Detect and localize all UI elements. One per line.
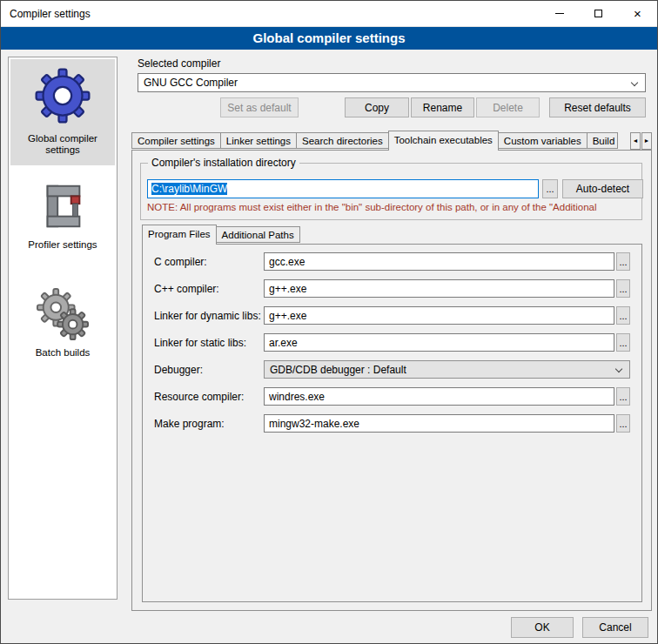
tab-toolchain-executables[interactable]: Toolchain executables [388,131,499,151]
caption-buttons: × [540,1,657,26]
selected-compiler-label: Selected compiler [138,57,220,70]
field-label: Linker for dynamic libs: [154,310,261,322]
install-dir-input[interactable]: C:\raylib\MinGW [147,179,539,198]
blue-gear-icon [31,64,94,127]
sidebar-item-label: Batch builds [10,347,115,359]
cpp-compiler-browse-button[interactable]: ... [616,279,630,298]
tab-linker-settings[interactable]: Linker settings [220,132,297,149]
tab-program-files[interactable]: Program Files [142,225,217,245]
sidebar-item-global-compiler-settings[interactable]: Global compiler settings [10,59,115,165]
static-linker-input[interactable] [264,333,614,352]
close-button[interactable]: × [618,1,657,26]
gray-gears-icon [36,287,90,341]
field-label: Linker for static libs: [154,337,246,349]
sidebar-item-label: Global compiler settings [10,133,115,156]
profiler-icon [36,179,90,233]
static-linker-browse-button[interactable]: ... [616,333,630,352]
chevron-down-icon [615,366,622,372]
tab-compiler-settings[interactable]: Compiler settings [131,132,221,149]
maximize-button[interactable] [579,1,618,26]
tab-scroll-left-button[interactable]: ◄ [630,132,641,150]
cancel-button[interactable]: Cancel [582,617,648,638]
close-icon: × [634,7,641,20]
compiler-settings-window: Compiler settings × Global compiler sett… [0,0,658,644]
title-bar: Compiler settings × [1,1,657,27]
field-label: Resource compiler: [154,391,244,403]
resource-compiler-browse-button[interactable]: ... [616,387,630,406]
tab-scroll-right-button[interactable]: ► [641,132,652,150]
auto-detect-button[interactable]: Auto-detect [562,179,643,198]
chevron-down-icon [631,79,638,86]
c-compiler-browse-button[interactable]: ... [616,252,630,271]
sidebar-item-batch-builds[interactable]: Batch builds [10,282,115,369]
ok-button[interactable]: OK [511,617,574,638]
dialog-header: Global compiler settings [1,27,657,50]
compiler-select[interactable]: GNU GCC Compiler [138,73,646,92]
tab-search-directories[interactable]: Search directories [296,132,389,149]
field-label: C++ compiler: [154,283,219,295]
minimize-button[interactable] [540,1,579,26]
delete-button[interactable]: Delete [476,97,540,117]
field-label: C compiler: [154,256,207,268]
window-title: Compiler settings [10,8,91,20]
reset-defaults-button[interactable]: Reset defaults [549,97,646,117]
installation-directory-group-label: Compiler's installation directory [148,157,299,169]
settings-category-list: Global compiler settings Profiler settin… [8,57,118,600]
make-program-input[interactable] [264,414,614,433]
tab-build-options[interactable]: Build [587,132,618,149]
install-dir-note: NOTE: All programs must exist either in … [147,202,641,212]
sidebar-item-profiler-settings[interactable]: Profiler settings [10,174,115,265]
copy-button[interactable]: Copy [345,97,409,117]
install-dir-selected-text: C:\raylib\MinGW [151,183,227,195]
resource-compiler-input[interactable] [264,387,614,406]
tab-strip: Compiler settings Linker settings Search… [131,131,629,151]
debugger-select-value: GDB/CDB debugger : Default [270,364,406,376]
sub-tab-strip: Program Files Additional Paths [142,225,299,245]
c-compiler-input[interactable] [264,252,614,271]
field-label: Make program: [154,418,225,430]
compiler-select-value: GNU GCC Compiler [144,77,238,89]
install-dir-browse-button[interactable]: ... [542,179,558,198]
debugger-select[interactable]: GDB/CDB debugger : Default [264,360,630,379]
field-label: Debugger: [154,364,203,376]
tab-custom-variables[interactable]: Custom variables [498,132,588,149]
make-program-browse-button[interactable]: ... [616,414,630,433]
tab-additional-paths[interactable]: Additional Paths [216,226,300,243]
cpp-compiler-input[interactable] [264,279,614,298]
minimize-icon [555,13,564,14]
set-as-default-button[interactable]: Set as default [220,97,299,117]
sidebar-item-label: Profiler settings [10,239,115,251]
maximize-icon [594,10,602,17]
dynamic-linker-browse-button[interactable]: ... [616,306,630,325]
rename-button[interactable]: Rename [411,97,474,117]
dynamic-linker-input[interactable] [264,306,614,325]
